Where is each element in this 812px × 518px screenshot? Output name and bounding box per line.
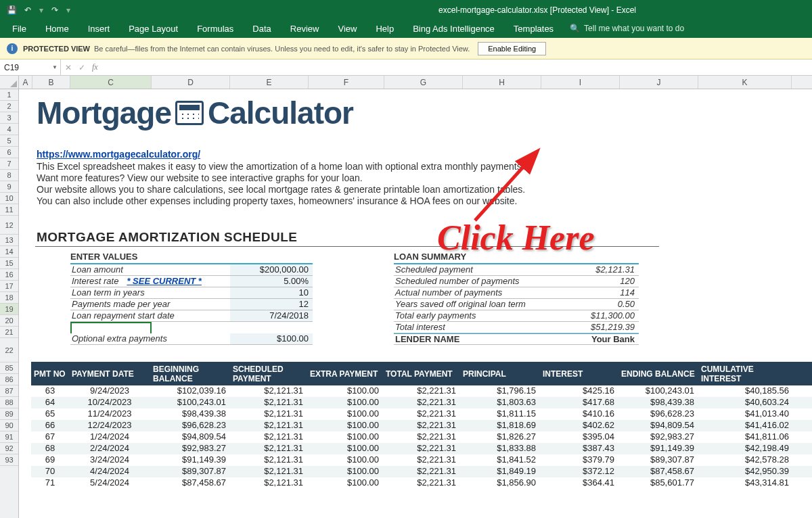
cell-beg[interactable]: $98,439.38 (150, 408, 230, 420)
cell-end[interactable]: $94,809.54 (618, 420, 698, 431)
cell-extra[interactable]: $100.00 (307, 397, 383, 408)
selected-cell-c19[interactable] (70, 322, 152, 333)
cell-cum[interactable]: $41,811.06 (698, 431, 793, 443)
cell-no[interactable]: 66 (31, 420, 69, 431)
row-header[interactable]: 5 (0, 135, 18, 147)
row-header[interactable]: 16 (0, 269, 18, 281)
cell-sched[interactable]: $2,121.31 (230, 443, 307, 454)
cell-prin[interactable]: $1,826.27 (460, 431, 540, 443)
table-row[interactable]: 693/24/2024$91,149.39$2,121.31$100.00$2,… (31, 454, 812, 466)
col-header-G[interactable]: G (384, 76, 463, 89)
cell-end[interactable]: $92,983.27 (618, 431, 698, 443)
enable-editing-button[interactable]: Enable Editing (478, 42, 546, 55)
cell-int[interactable]: $417.68 (540, 397, 618, 408)
tab-view[interactable]: View (328, 21, 366, 37)
interest-rate-value[interactable]: 5.00% (230, 276, 313, 287)
col-header-I[interactable]: I (541, 76, 620, 89)
enter-icon[interactable]: ✓ (78, 63, 85, 72)
cell-prin[interactable]: $1,833.88 (460, 443, 540, 454)
cell-tot[interactable]: $2,221.31 (383, 431, 460, 443)
cell-beg[interactable]: $96,628.23 (150, 420, 230, 431)
cell-cum[interactable]: $42,198.49 (698, 443, 793, 454)
cell-beg[interactable]: $89,307.87 (150, 466, 230, 477)
row-header[interactable]: 15 (0, 258, 18, 269)
cell-date[interactable]: 9/24/2023 (69, 385, 150, 397)
cell-date[interactable]: 5/24/2024 (69, 477, 150, 489)
row-header[interactable]: 14 (0, 246, 18, 258)
optional-extra-value[interactable]: $100.00 (230, 333, 313, 345)
row-header[interactable]: 86 (0, 374, 18, 385)
col-header-J[interactable]: J (620, 76, 698, 89)
row-header[interactable]: 18 (0, 292, 18, 304)
cell-beg[interactable]: $91,149.39 (150, 454, 230, 466)
cell-prin[interactable]: $1,856.90 (460, 477, 540, 489)
row-header[interactable]: 13 (0, 235, 18, 246)
row-header[interactable]: 6 (0, 147, 18, 158)
cell-date[interactable]: 12/24/2023 (69, 420, 150, 431)
row-header[interactable]: 92 (0, 443, 18, 454)
loan-term-value[interactable]: 10 (230, 287, 313, 299)
cell-int[interactable]: $364.41 (540, 477, 618, 489)
row-header[interactable]: 21 (0, 327, 18, 338)
row-header[interactable]: 85 (0, 362, 18, 374)
table-row[interactable]: 639/24/2023$102,039.16$2,121.31$100.00$2… (31, 385, 812, 397)
cell-prin[interactable]: $1,803.63 (460, 397, 540, 408)
cell-tot[interactable]: $2,221.31 (383, 443, 460, 454)
cell-end[interactable]: $87,458.67 (618, 466, 698, 477)
cell-end[interactable]: $85,601.77 (618, 477, 698, 489)
row-header[interactable]: 3 (0, 112, 18, 124)
loan-amount-value[interactable]: $200,000.00 (230, 264, 313, 276)
cell-extra[interactable]: $100.00 (307, 466, 383, 477)
row-header[interactable]: 88 (0, 397, 18, 408)
tell-me-search[interactable]: 🔍 Tell me what you want to do (563, 24, 691, 33)
cell-tot[interactable]: $2,221.31 (383, 408, 460, 420)
row-header[interactable]: 10 (0, 193, 18, 204)
cell-prin[interactable]: $1,796.15 (460, 385, 540, 397)
sheet-content[interactable]: Mortgage Calculator https://www.mortgage… (19, 89, 812, 518)
cell-extra[interactable]: $100.00 (307, 443, 383, 454)
cell-sched[interactable]: $2,121.31 (230, 420, 307, 431)
row-header[interactable]: 2 (0, 101, 18, 112)
cell-no[interactable]: 65 (31, 408, 69, 420)
cell-int[interactable]: $372.12 (540, 466, 618, 477)
redo-icon[interactable]: ↷ (49, 4, 61, 16)
cell-date[interactable]: 11/24/2023 (69, 408, 150, 420)
table-row[interactable]: 671/24/2024$94,809.54$2,121.31$100.00$2,… (31, 431, 812, 443)
row-header[interactable]: 20 (0, 315, 18, 327)
start-date-value[interactable]: 7/24/2018 (230, 310, 313, 322)
cancel-icon[interactable]: ✕ (65, 63, 72, 72)
cell-extra[interactable]: $100.00 (307, 431, 383, 443)
cell-beg[interactable]: $87,458.67 (150, 477, 230, 489)
cell-sched[interactable]: $2,121.31 (230, 454, 307, 466)
cell-int[interactable]: $402.62 (540, 420, 618, 431)
save-icon[interactable]: 💾 (5, 4, 18, 16)
name-box[interactable]: C19 ▼ (0, 60, 61, 75)
cell-extra[interactable]: $100.00 (307, 385, 383, 397)
table-row[interactable]: 6410/24/2023$100,243.01$2,121.31$100.00$… (31, 397, 812, 408)
col-header-H[interactable]: H (463, 76, 541, 89)
tab-templates[interactable]: Templates (504, 21, 563, 37)
row-header[interactable]: 9 (0, 181, 18, 193)
row-header[interactable]: 22 (0, 338, 18, 362)
payments-per-year-value[interactable]: 12 (230, 299, 313, 310)
cell-extra[interactable]: $100.00 (307, 477, 383, 489)
row-header[interactable]: 90 (0, 420, 18, 431)
lender-name-value[interactable]: Your Bank (564, 334, 639, 345)
cell-sched[interactable]: $2,121.31 (230, 408, 307, 420)
cell-tot[interactable]: $2,221.31 (383, 466, 460, 477)
row-header[interactable]: 11 (0, 204, 18, 216)
cell-int[interactable]: $387.43 (540, 443, 618, 454)
cell-cum[interactable]: $40,603.24 (698, 397, 793, 408)
cell-beg[interactable]: $102,039.16 (150, 385, 230, 397)
cell-date[interactable]: 1/24/2024 (69, 431, 150, 443)
col-header-K[interactable]: K (698, 76, 792, 89)
undo-icon[interactable]: ↶ (22, 4, 34, 16)
cell-extra[interactable]: $100.00 (307, 454, 383, 466)
cell-date[interactable]: 10/24/2023 (69, 397, 150, 408)
tab-help[interactable]: Help (366, 21, 403, 37)
cell-prin[interactable]: $1,841.52 (460, 454, 540, 466)
cell-int[interactable]: $395.04 (540, 431, 618, 443)
cell-tot[interactable]: $2,221.31 (383, 385, 460, 397)
cell-no[interactable]: 69 (31, 454, 69, 466)
cell-end[interactable]: $96,628.23 (618, 408, 698, 420)
